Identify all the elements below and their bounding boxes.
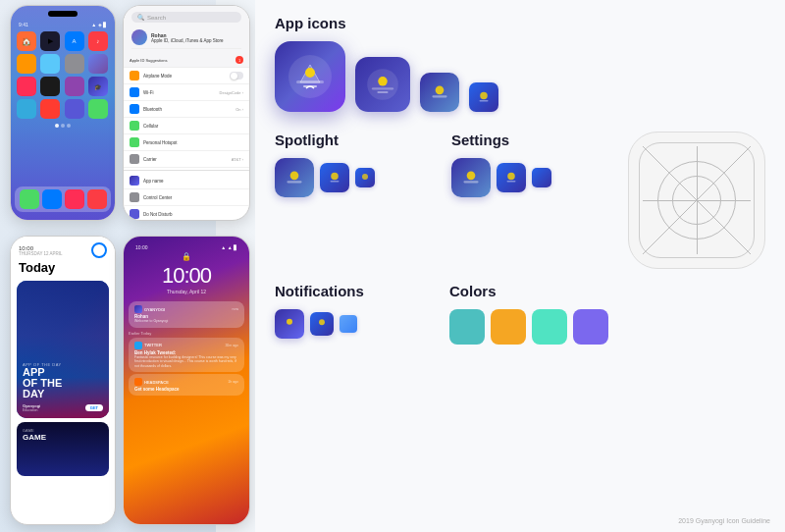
iphone-home: 9:41 ▲ ◈ ▊ 🏠 ▶ A ♪ 🎓 [10,5,116,221]
app-music[interactable]: ♪ [88,31,108,51]
notif-icon-lg[interactable] [275,309,304,339]
dock-phone[interactable] [20,189,39,209]
grid-circle-sm [672,176,721,225]
settings-control-center[interactable]: Control Center [124,189,249,206]
earlier-label: Earlier Today [129,331,244,336]
settings-dnd[interactable]: Do Not Disturb [124,206,249,221]
svg-point-16 [362,174,368,180]
app-2-2[interactable] [40,54,60,74]
color-swatch-mint [532,309,567,345]
svg-point-2 [305,68,315,78]
right-section: App icons [255,0,785,532]
svg-point-10 [480,92,488,100]
svg-point-8 [436,86,445,95]
twitter-time: 30m ago [225,344,238,347]
svg-rect-1 [296,80,324,83]
settings-cellular[interactable]: Cellular [124,118,249,134]
lock-date: Thursday, April 12 [131,289,241,294]
color-swatch-teal [449,309,485,345]
app-3-2[interactable] [40,77,60,96]
headspace-notification: HEADSPACE 1h ago Get some Headspace [129,374,244,396]
lock-top: 10:00 ▲ ▲ ▊ 🔒 10:00 Thursday, April 12 [124,237,249,298]
notifications-title: Notifications [275,283,430,299]
settings-search[interactable]: 🔍 Search [131,12,241,23]
app-icon-lg[interactable] [355,57,410,112]
svg-rect-15 [331,181,340,183]
svg-point-17 [467,172,476,181]
app-icon-xl[interactable] [275,41,345,112]
spotlight-icon-sm[interactable] [320,163,349,192]
svg-rect-20 [507,181,516,183]
settings-title: Settings [451,132,608,148]
svg-point-5 [378,77,388,86]
today-date: THURSDAY 12 APRIL [19,251,63,256]
app-2-3[interactable] [65,54,84,74]
home-app-grid: 🏠 ▶ A ♪ 🎓 [15,29,111,121]
app-4-3[interactable] [65,99,84,119]
app-icons-section: App icons [275,15,765,112]
headspace-time: 1h ago [228,380,238,384]
notif-time: now [233,307,238,311]
settings-hotspot[interactable]: Personal Hotspot [124,134,249,151]
gyanyogi-svg-xl [287,53,334,100]
settings-wifi[interactable]: Wi-Fi DesignCode › [124,84,249,101]
spotlight-icon-xs[interactable] [355,168,375,187]
iphone-settings: 🔍 Search Rohan Apple ID, iCloud, iTunes … [123,5,250,221]
gyanyogi-notification: GYANYOGI now Rohan Welcome to Gyanyogi [129,301,244,328]
notif-icon-md[interactable] [310,312,334,336]
app-videos[interactable]: ▶ [40,31,60,51]
app-4-2[interactable] [40,99,60,119]
search-placeholder: Search [147,15,166,21]
dnd-icon [130,209,139,219]
settings-appname[interactable]: App name [124,173,249,189]
app-3-1[interactable] [17,77,36,96]
settings-icon-sm[interactable] [497,163,526,192]
iphone-dock [15,186,111,212]
dock-mail[interactable] [65,189,84,209]
today-header: 10:00 THURSDAY 12 APRIL Today [11,237,115,277]
settings-icon-md[interactable] [451,158,491,197]
footer: 2019 Gyanyogi Icon Guideline [678,517,770,524]
settings-bluetooth[interactable]: Bluetooth On › [124,101,249,118]
gyanyogi-svg-sm [475,88,493,106]
app-home[interactable]: 🏠 [17,31,36,51]
notif-svg-lg [281,315,298,333]
app-icon-sm[interactable] [469,82,498,112]
app-store[interactable]: A [65,31,84,51]
earlier-section: Earlier Today TWITTER 30m ago Ben Hylak … [129,331,244,397]
app-2-1[interactable] [17,54,36,74]
svg-rect-3 [303,85,317,87]
gyanyogi-home-icon[interactable]: 🎓 [88,77,108,96]
game-card[interactable]: GAME GAME [17,422,109,476]
spotlight-icon-md[interactable] [275,158,314,197]
notifications-section: Notifications [275,283,430,353]
today-title: Today [19,260,107,275]
color-swatch-orange [491,309,526,345]
settings-user-profile[interactable]: Rohan Apple ID, iCloud, iTunes & App Sto… [131,27,241,49]
get-button[interactable]: GET [85,404,103,411]
app-3-3[interactable] [65,77,84,96]
svg-rect-6 [372,87,393,89]
user-avatar-today[interactable] [91,242,107,258]
headspace-app-name: HEADSPACE [144,380,169,385]
settings-airplane[interactable]: Airplane Mode [124,68,249,84]
apple-id-suggestion[interactable]: Apple ID Suggestions 1 [124,53,249,68]
app-icon-md[interactable] [420,73,459,112]
app-4-1[interactable] [17,99,36,119]
hotspot-icon [130,137,139,147]
settings-icon-xs[interactable] [532,168,551,187]
grid-guide-section [628,132,765,269]
dock-music[interactable] [87,189,107,209]
control-center-icon [130,192,139,202]
svg-rect-13 [287,181,301,183]
airplane-toggle[interactable] [230,72,243,80]
svg-rect-7 [377,91,388,93]
app-4-4[interactable] [88,99,108,119]
settings-carrier[interactable]: Carrier AT&T › [124,151,249,168]
app-2-4[interactable] [88,54,108,74]
wifi-icon [130,87,139,97]
app-of-day-card[interactable]: APP OF THE DAY APPOF THEDAY Gyanyogi Edu… [17,281,109,418]
dock-safari[interactable] [42,189,62,209]
svg-point-12 [290,172,299,181]
notif-icon-sm[interactable] [340,315,357,333]
